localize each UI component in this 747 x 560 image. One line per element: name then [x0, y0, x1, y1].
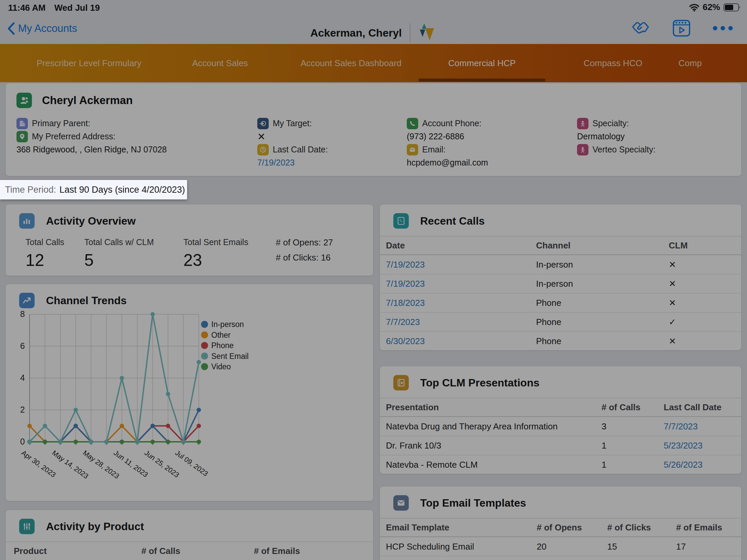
tab-account-sales[interactable]: Account Sales [155, 44, 285, 82]
channel-trends-card: Channel Trends 02468Apr 30, 2023May 14, … [5, 284, 374, 501]
date-link[interactable]: 7/18/2023 [380, 298, 530, 308]
preferred-address-value: 368 Ridgewood, , Glen Ridge, NJ 07028 [17, 143, 257, 156]
tab-prescriber-level-formulary[interactable]: Prescriber Level Formulary [24, 44, 155, 82]
sliders-icon [19, 519, 34, 534]
activity-by-product-card: Activity by Product Product# of Calls# o… [5, 510, 374, 560]
tab-compass-hco[interactable]: Compass HCO [547, 44, 678, 82]
svg-text:6: 6 [20, 341, 25, 350]
date-link[interactable]: 5/23/2023 [658, 441, 741, 451]
column-header: Presentation [380, 402, 595, 412]
clicks-label: # of Clicks: [276, 252, 318, 263]
stat-value: 5 [84, 250, 183, 270]
table-cell: Natevba - Remote CLM [380, 460, 595, 470]
table-row: 7/7/2023Phone✓ [380, 312, 741, 331]
date-link[interactable]: 6/30/2023 [380, 336, 530, 346]
table-row: 7/19/2023In-person✕ [380, 274, 741, 293]
time-period-bar[interactable]: Time Period: Last 90 Days (since 4/20/20… [0, 180, 187, 199]
specialty-label: Specialty: [592, 118, 629, 128]
table-row: 6/30/2023Phone✕ [380, 331, 741, 351]
table-cell: ✕ [663, 336, 741, 346]
verteo-specialty-icon [577, 144, 589, 156]
column-header: Date [380, 240, 530, 251]
my-target-label: My Target: [273, 118, 312, 128]
top-clm-presentations-card: Top CLM Presentations Presentation# of C… [380, 366, 742, 474]
activity-overview-card: Activity Overview Total Calls 12 Total C… [5, 204, 374, 276]
handshake-icon[interactable] [630, 20, 651, 37]
svg-text:4: 4 [20, 373, 25, 382]
top-email-templates-card: Top Email Templates Email Template# of O… [380, 486, 742, 560]
stat-value: 12 [26, 250, 84, 270]
svg-text:8: 8 [20, 309, 25, 319]
clock-time: 11:46 AM [8, 3, 46, 13]
column-header: Last Call Date [658, 402, 741, 412]
svg-text:2: 2 [20, 405, 25, 414]
stat-total-calls: Total Calls 12 [26, 237, 84, 270]
table-cell: 3 [595, 421, 658, 432]
app-logo-icon[interactable] [418, 23, 437, 43]
bar-chart-icon [19, 213, 34, 229]
stat-opens-clicks: # of Opens: 27 # of Clicks: 16 [276, 237, 373, 270]
tab-bar: Prescriber Level FormularyAccount SalesA… [0, 44, 747, 82]
column-header: Product [6, 546, 133, 556]
table-row: Natevba Drug and Therapy Area Informatio… [380, 417, 741, 436]
wifi-icon [689, 3, 699, 11]
tab-commercial-hcp[interactable]: Commercial HCP [416, 44, 547, 82]
tab-account-sales-dashboard[interactable]: Account Sales Dashboard [285, 44, 416, 82]
account-col-target: My Target: ✕ Last Call Date: 7/19/2023 [257, 117, 407, 169]
table-header-row: Presentation# of CallsLast Call Date [380, 398, 741, 417]
last-call-date-label: Last Call Date: [273, 145, 328, 155]
date-link[interactable]: 7/19/2023 [380, 260, 530, 270]
presentation-book-icon [393, 375, 409, 391]
building-icon [17, 118, 28, 129]
table-header-row: Product# of Calls# of Emails [6, 541, 373, 560]
recent-calls-card: Recent Calls DateChannelCLM7/19/2023In-p… [380, 204, 742, 350]
account-summary-card: Cheryl Ackerman Primary Parent: [5, 83, 742, 176]
table-cell: Phone [530, 298, 663, 308]
more-ellipsis-icon[interactable] [712, 25, 733, 31]
svg-text:0: 0 [20, 437, 25, 446]
activity-overview-title: Activity Overview [46, 215, 136, 227]
date-link[interactable]: 7/7/2023 [658, 421, 741, 432]
table-header-row: Email Template# of Opens# of Clicks# of … [380, 518, 741, 537]
status-date: Wed Jul 19 [54, 3, 100, 13]
email-icon [407, 144, 418, 156]
contact-icon [17, 93, 32, 108]
date-link[interactable]: 5/26/2023 [658, 460, 741, 470]
table-cell: 1 [595, 460, 658, 470]
table-cell: 1 [595, 441, 658, 451]
account-phone-icon [407, 118, 418, 129]
column-header: CLM [663, 240, 741, 251]
call-log-icon [393, 213, 409, 229]
table-cell: Natevba Drug and Therapy Area Informatio… [380, 421, 595, 432]
media-player-icon[interactable] [672, 20, 691, 37]
account-col-address: Primary Parent: My Preferred Address: 36… [17, 117, 257, 169]
table-cell: ✓ [663, 317, 741, 327]
top-clm-presentations-title: Top CLM Presentations [420, 377, 539, 389]
email-value: hcpdemo@gmail.com [407, 156, 577, 169]
svg-text:In-person: In-person [211, 320, 244, 329]
account-phone-value: (973) 222-6886 [407, 130, 577, 143]
table-cell: ✕ [663, 260, 741, 270]
primary-parent-label: Primary Parent: [32, 118, 91, 128]
table-cell: In-person [530, 279, 663, 289]
svg-text:Sent Email: Sent Email [211, 352, 249, 361]
envelope-icon [393, 495, 409, 511]
account-col-specialty: Specialty: Dermatology Verteo Specialty: [577, 117, 730, 169]
my-target-icon [257, 118, 269, 129]
last-call-date-value[interactable]: 7/19/2023 [257, 156, 407, 169]
svg-text:Phone: Phone [211, 341, 234, 350]
recent-calls-table: DateChannelCLM7/19/2023In-person✕7/19/20… [380, 236, 741, 351]
table-row: Dr. Frank 10/315/23/2023 [380, 436, 741, 455]
tab-comp[interactable]: Comp [678, 44, 725, 82]
table-cell: ✕ [663, 298, 741, 308]
top-email-templates-title: Top Email Templates [420, 497, 526, 509]
back-button[interactable]: My Accounts [7, 22, 77, 35]
stat-label: Total Sent Emails [183, 237, 276, 247]
table-cell: HCP Scheduling Email [380, 541, 531, 552]
date-link[interactable]: 7/19/2023 [380, 279, 530, 289]
date-link[interactable]: 7/7/2023 [380, 317, 530, 327]
verteo-specialty-label: Verteo Specialty: [592, 145, 655, 155]
channel-trends-chart: 02468Apr 30, 2023May 14, 2023May 28, 202… [6, 303, 373, 498]
account-name: Cheryl Ackerman [42, 94, 133, 107]
column-header: # of Calls [595, 402, 658, 412]
